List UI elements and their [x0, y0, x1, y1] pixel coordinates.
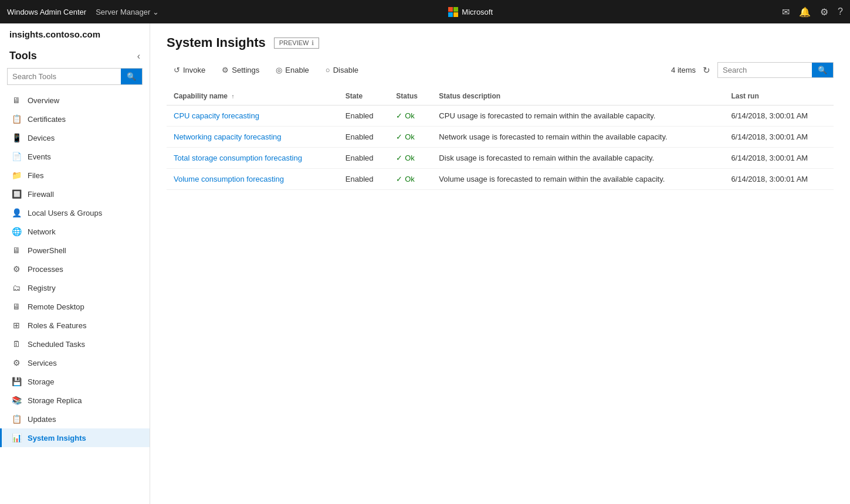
invoke-icon: ↺ — [174, 66, 180, 74]
server-manager-dropdown[interactable]: Server Manager ⌄ — [96, 8, 159, 16]
sidebar-nav: 🖥Overview📋Certificates📱Devices📄Events📁Fi… — [0, 91, 150, 504]
table-row: Volume consumption forecasting Enabled ✓… — [167, 169, 834, 190]
storage-icon: 💾 — [11, 377, 22, 386]
sidebar-item-services[interactable]: ⚙Services — [0, 353, 150, 372]
sidebar-title: Tools — [9, 50, 37, 62]
settings-gear-icon: ⚙ — [222, 66, 229, 74]
mail-icon[interactable]: ✉ — [782, 6, 790, 18]
sidebar-item-firewall[interactable]: 🔲Firewall — [0, 185, 150, 203]
bell-icon[interactable]: 🔔 — [799, 6, 811, 18]
settings-icon[interactable]: ⚙ — [820, 6, 828, 18]
firewall-icon: 🔲 — [11, 189, 22, 199]
main-layout: insights.contoso.com Tools ‹ 🔍 🖥Overview… — [0, 23, 850, 504]
sidebar-item-events[interactable]: 📄Events — [0, 147, 150, 166]
cell-status-desc-0: CPU usage is forecasted to remain within… — [432, 105, 724, 127]
table-body: CPU capacity forecasting Enabled ✓Ok CPU… — [167, 105, 834, 190]
enable-button[interactable]: ◎ Enable — [269, 63, 316, 77]
collapse-icon[interactable]: ‹ — [137, 51, 140, 62]
capability-link-0[interactable]: CPU capacity forecasting — [174, 111, 259, 120]
devices-icon: 📱 — [11, 133, 22, 142]
capability-link-1[interactable]: Networking capacity forecasting — [174, 132, 282, 141]
search-input[interactable] — [718, 63, 812, 77]
registry-icon: 🗂 — [11, 283, 22, 292]
cell-status-desc-1: Network usage is forecasted to remain wi… — [432, 127, 724, 148]
nav-label-firewall: Firewall — [28, 190, 54, 199]
cell-status-desc-2: Disk usage is forecasted to remain withi… — [432, 148, 724, 169]
nav-label-overview: Overview — [28, 96, 59, 105]
settings-button[interactable]: ⚙ Settings — [215, 63, 266, 77]
toolbar-left: ↺ Invoke ⚙ Settings ◎ Enable ○ Disable — [167, 63, 365, 77]
cell-state-0: Enabled — [338, 105, 389, 127]
microsoft-logo: Microsoft — [448, 7, 493, 17]
nav-label-certificates: Certificates — [28, 115, 66, 124]
sidebar-item-remote-desktop[interactable]: 🖥Remote Desktop — [0, 297, 150, 316]
table-row: Networking capacity forecasting Enabled … — [167, 127, 834, 148]
sidebar-item-network[interactable]: 🌐Network — [0, 222, 150, 241]
toolbar: ↺ Invoke ⚙ Settings ◎ Enable ○ Disable 4… — [167, 62, 834, 78]
sidebar-item-updates[interactable]: 📋Updates — [0, 410, 150, 428]
item-count: 4 items — [671, 66, 696, 74]
check-icon-1: ✓ — [396, 132, 402, 141]
sidebar-search-box[interactable]: 🔍 — [7, 68, 143, 85]
disable-button[interactable]: ○ Disable — [319, 63, 365, 77]
capability-link-2[interactable]: Total storage consumption forecasting — [174, 154, 302, 162]
content-search-button[interactable]: 🔍 — [812, 63, 833, 77]
nav-label-scheduled-tasks: Scheduled Tasks — [28, 340, 85, 349]
invoke-button[interactable]: ↺ Invoke — [167, 63, 212, 77]
cell-status-0: ✓Ok — [389, 105, 432, 127]
cell-capability-2: Total storage consumption forecasting — [167, 148, 338, 169]
enable-icon: ◎ — [276, 66, 282, 74]
nav-label-roles-features: Roles & Features — [28, 321, 86, 330]
col-state: State — [338, 87, 389, 105]
certificates-icon: 📋 — [11, 114, 22, 124]
search-tools-button[interactable]: 🔍 — [121, 69, 142, 84]
sidebar-item-files[interactable]: 📁Files — [0, 166, 150, 185]
sidebar-item-certificates[interactable]: 📋Certificates — [0, 110, 150, 128]
sidebar-item-system-insights[interactable]: 📊System Insights — [0, 428, 150, 447]
nav-label-system-insights: System Insights — [28, 434, 86, 442]
cell-last-run-2: 6/14/2018, 3:00:01 AM — [724, 148, 834, 169]
nav-label-network: Network — [28, 227, 56, 236]
sidebar-item-storage-replica[interactable]: 📚Storage Replica — [0, 391, 150, 410]
cell-status-3: ✓Ok — [389, 169, 432, 190]
sidebar-item-processes[interactable]: ⚙Processes — [0, 260, 150, 278]
page-title: System Insights — [167, 35, 266, 50]
storage-replica-icon: 📚 — [11, 396, 22, 405]
overview-icon: 🖥 — [11, 96, 22, 105]
sidebar-item-local-users[interactable]: 👤Local Users & Groups — [0, 203, 150, 222]
hostname: insights.contoso.com — [0, 23, 150, 42]
table-row: CPU capacity forecasting Enabled ✓Ok CPU… — [167, 105, 834, 127]
cell-state-1: Enabled — [338, 127, 389, 148]
cell-capability-1: Networking capacity forecasting — [167, 127, 338, 148]
cell-status-1: ✓Ok — [389, 127, 432, 148]
sidebar-item-powershell[interactable]: 🖥PowerShell — [0, 241, 150, 260]
sidebar-item-scheduled-tasks[interactable]: 🗓Scheduled Tasks — [0, 335, 150, 353]
cell-status-desc-3: Volume usage is forecasted to remain wit… — [432, 169, 724, 190]
sidebar-item-roles-features[interactable]: ⊞Roles & Features — [0, 316, 150, 335]
ms-squares-icon — [448, 7, 458, 17]
help-icon[interactable]: ? — [838, 6, 843, 17]
content-area: System Insights PREVIEW ℹ ↺ Invoke ⚙ Set… — [150, 23, 850, 504]
refresh-button[interactable]: ↻ — [700, 63, 713, 78]
nav-label-registry: Registry — [28, 284, 56, 292]
files-icon: 📁 — [11, 171, 22, 180]
col-capability: Capability name ↑ — [167, 87, 338, 105]
nav-label-storage: Storage — [28, 377, 55, 386]
sidebar-item-registry[interactable]: 🗂Registry — [0, 278, 150, 297]
cell-status-2: ✓Ok — [389, 148, 432, 169]
sidebar-item-overview[interactable]: 🖥Overview — [0, 91, 150, 110]
topbar-right: ✉ 🔔 ⚙ ? — [782, 6, 843, 18]
cell-last-run-3: 6/14/2018, 3:00:01 AM — [724, 169, 834, 190]
preview-info-icon[interactable]: ℹ — [311, 39, 314, 47]
system-insights-icon: 📊 — [11, 433, 22, 442]
sort-icon[interactable]: ↑ — [231, 93, 234, 100]
local-users-icon: 👤 — [11, 208, 22, 217]
search-tools-input[interactable] — [8, 69, 121, 84]
sidebar-item-devices[interactable]: 📱Devices — [0, 128, 150, 147]
sidebar-item-storage[interactable]: 💾Storage — [0, 372, 150, 391]
table-header: Capability name ↑ State Status Status de… — [167, 87, 834, 105]
app-name: Windows Admin Center — [7, 8, 86, 16]
nav-label-updates: Updates — [28, 415, 56, 424]
content-search-box[interactable]: 🔍 — [717, 62, 834, 78]
capability-link-3[interactable]: Volume consumption forecasting — [174, 175, 284, 183]
